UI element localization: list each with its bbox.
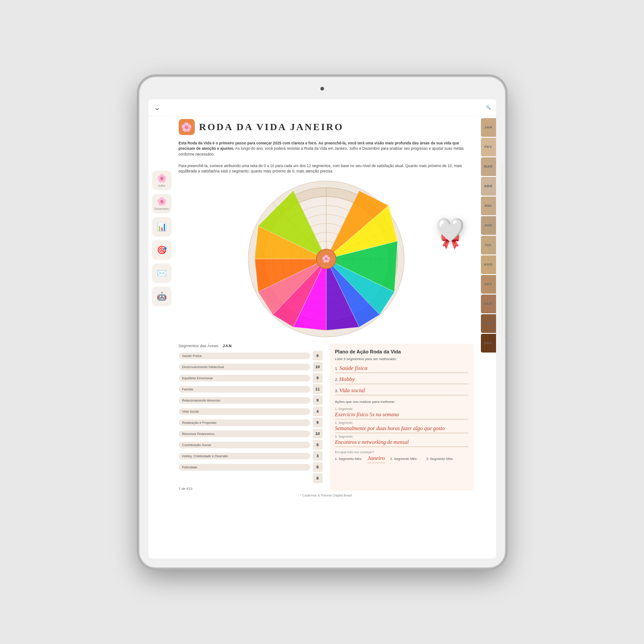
score-financeiros: 10	[313, 429, 323, 439]
sidebar-robot[interactable]: 🤖	[152, 287, 172, 306]
tab-fev-label: FEV	[484, 145, 492, 149]
roda-da-vida-svg: 🌸 ÁREA QUALIDADE DE VIDA ÁREA PESSOAL ÁR…	[246, 179, 406, 339]
tablet-frame: 🌸 Julho 🌸 Dezembro 📊 🎯 ✉️ 🤖	[139, 77, 505, 567]
score-intelectual: 10	[313, 362, 323, 372]
action-2-value: Semanalmente por duas horas fazer algo q…	[335, 425, 445, 431]
tab-jul-label: JUL	[484, 243, 492, 247]
segment-felicidade: Felicidade	[179, 464, 310, 471]
segment-saude-fisica: Saúde Física	[179, 353, 310, 359]
improvement-line-2: 2. Hobby	[335, 376, 468, 384]
improvement-line-3: 3. Vida social	[335, 387, 468, 395]
action-3-label: 3. Segmento	[335, 435, 468, 438]
segment-last	[179, 477, 310, 480]
tab-out[interactable]: OUT	[481, 295, 496, 313]
sidebar-chart[interactable]: 📊	[152, 217, 172, 237]
heart-bow-decoration: 🤍 🎀	[436, 217, 465, 250]
sidebar-target[interactable]: 🎯	[152, 240, 172, 260]
improvement-segment-2: 2. Hobby	[335, 376, 468, 384]
table-row: 8	[179, 473, 323, 483]
table-row: Saúde Física 6	[179, 351, 323, 361]
tab-jul[interactable]: JUL	[481, 236, 496, 254]
page-title: RODA DA VIDA JANEIRO	[199, 121, 344, 133]
tab-ago-label: AGO	[484, 263, 493, 267]
segment-realizacao: Realização e Propósito	[179, 419, 310, 426]
table-row: Equilíbrio Emocional 9	[179, 373, 323, 383]
score-felicidade: 8	[313, 462, 323, 472]
table-row: Vida Social 4	[179, 406, 323, 416]
dezembro-label: Dezembro	[154, 207, 168, 210]
table-row: Desenvolvimento Intelectual 10	[179, 362, 323, 372]
action-plan-title: Plano de Ação Roda da Vida	[335, 349, 468, 354]
footer-note: * Cadernos & Planner Digital Brasil	[179, 493, 474, 497]
action-2-line: Semanalmente por duas horas fazer algo q…	[335, 425, 468, 433]
tab-out-label: OUT	[484, 302, 492, 306]
seg-num-2: 2.	[335, 377, 339, 382]
tab-abr[interactable]: ABR	[481, 177, 496, 196]
segment-financeiros: Recursos Financeiros	[179, 431, 310, 437]
segment-contribuicao: Contribuição Social	[179, 442, 310, 448]
action-2-block: 2. Segmento Semanalmente por duas horas …	[335, 421, 468, 433]
table-row: Contribuição Social 8	[179, 440, 323, 450]
tab-jun[interactable]: JUN	[481, 216, 496, 235]
score-last: 8	[313, 473, 323, 483]
action-3-line: Encontros e networking de mensal	[335, 439, 468, 447]
bottom-section: Segmentos das Áreas: JAN Saúde Física 6 …	[179, 344, 474, 491]
action-3-value: Encontros e networking de mensal	[335, 439, 409, 445]
tab-abr-label: ABR	[484, 184, 492, 188]
action-plan-subtitle: Liste 3 segmentos para ser melhorado:	[335, 357, 468, 361]
tab-ago[interactable]: AGO	[481, 255, 496, 274]
improvement-line-1: 1. Saúde física	[335, 365, 468, 373]
segment-intelectual: Desenvolvimento Intelectual	[179, 364, 310, 370]
description-block: Esta Roda da Vida é o primeiro passo par…	[179, 140, 474, 175]
tab-mar[interactable]: MAR	[481, 157, 496, 176]
segment-hobby: Hobby, Criatividade e Diversão	[179, 453, 310, 459]
tab-jun-label: JUN	[484, 223, 492, 227]
table-row: Família 11	[179, 384, 323, 394]
tab-jan-label: JAN	[484, 125, 492, 129]
tab-set[interactable]: SET	[481, 275, 496, 294]
segment-relacionamento: Relacionamento Amoroso	[179, 397, 310, 404]
header-icon: 🌸	[179, 119, 195, 135]
desc-second: Para preenchê-la, comece atribuindo uma …	[179, 163, 474, 175]
tab-dez[interactable]: DEZ	[481, 334, 496, 353]
apple-pencil	[503, 166, 505, 336]
month-label-3: 3. Segmento Mês:	[426, 457, 453, 461]
chart-icon: 📊	[157, 222, 167, 232]
seg-value-1: Saúde física	[339, 365, 367, 371]
score-relacionamento: 9	[313, 395, 323, 405]
wheel-section: 🌸 ÁREA QUALIDADE DE VIDA ÁREA PESSOAL ÁR…	[179, 179, 474, 339]
start-months-row: 1. Segmento Mês: Janeiro 2. Segmento Mês…	[335, 455, 468, 463]
wheel-container: 🌸 ÁREA QUALIDADE DE VIDA ÁREA PESSOAL ÁR…	[246, 179, 406, 339]
tab-mai[interactable]: MAI	[481, 197, 496, 215]
action-2-label: 2. Segmento	[335, 421, 468, 424]
actions-subtitle: Ações que vou realizar para melhorar:	[335, 400, 468, 404]
action-1-line: Exercício físico 5x na semana	[335, 411, 468, 419]
tab-nov[interactable]: NOV	[481, 314, 496, 333]
sidebar-mail[interactable]: ✉️	[152, 263, 172, 283]
month-value-1: Janeiro	[367, 455, 385, 463]
seg-num-1: 1.	[335, 366, 339, 371]
mail-icon: ✉️	[157, 268, 167, 278]
sidebar-julho[interactable]: 🌸 Julho	[152, 171, 172, 190]
month-label-2: 2. Segmento Mês:	[390, 457, 418, 461]
seg-value-2: Hobby	[339, 376, 355, 382]
tab-dez-label: DEZ	[484, 341, 492, 345]
table-row: Realização e Propósito 9	[179, 418, 323, 427]
table-row: Relacionamento Amoroso 9	[179, 395, 323, 405]
tab-mar-label: MAR	[484, 164, 493, 168]
improvement-segment-3: 3. Vida social	[335, 387, 468, 395]
score-vida-social: 4	[313, 406, 323, 416]
action-3-block: 3. Segmento Encontros e networking de me…	[335, 435, 468, 447]
footer-text: * Cadernos & Planner Digital Brasil	[300, 493, 352, 497]
action-1-value: Exercício físico 5x na semana	[335, 411, 399, 418]
camera	[320, 87, 324, 90]
tab-jan[interactable]: JAN	[481, 118, 496, 137]
month-label-1: 1. Segmento Mês:	[335, 457, 362, 461]
sidebar-dezembro[interactable]: 🌸 Dezembro	[152, 194, 172, 213]
tab-fev[interactable]: FEV	[481, 138, 496, 156]
action-1-label: 1. Segmento	[335, 407, 468, 410]
julho-label: Julho	[158, 184, 165, 187]
tab-nov-label: NOV	[484, 321, 492, 325]
seg-value-3: Vida social	[339, 387, 365, 394]
score-realizacao: 9	[313, 418, 323, 427]
